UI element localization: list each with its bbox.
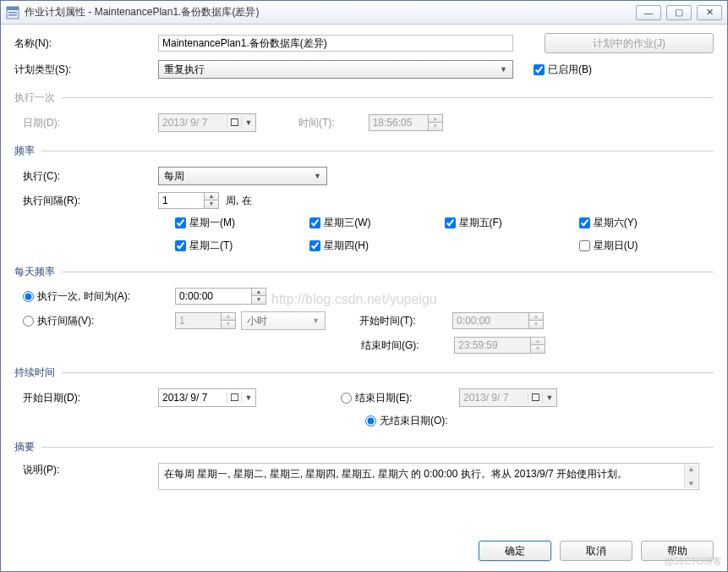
- enabled-label: 已启用(B): [548, 63, 592, 77]
- titlebar: 作业计划属性 - MaintenancePlan1.备份数据库(差异) — ▢ …: [1, 1, 727, 25]
- once-at-label: 执行一次, 时间为(A):: [37, 289, 130, 304]
- minimize-button[interactable]: —: [636, 5, 661, 20]
- jobs-in-plan-button[interactable]: 计划中的作业(J): [545, 33, 714, 53]
- description-text: 在每周 星期一, 星期二, 星期三, 星期四, 星期五, 星期六 的 0:00:…: [164, 468, 627, 480]
- datepick-arrow-icon: ▼: [242, 118, 255, 127]
- every-unit-select: 小时 ▼: [241, 311, 326, 330]
- recurs-label: 执行间隔(R):: [14, 194, 158, 208]
- occurs-label: 执行(C):: [14, 169, 158, 184]
- schedule-type-value: 重复执行: [164, 63, 205, 77]
- start-date-label: 开始日期(D):: [14, 391, 158, 405]
- no-end-date-radio[interactable]: 无结束日期(O):: [365, 414, 448, 428]
- scrollbar[interactable]: ▲▼: [684, 465, 698, 488]
- content-area: 名称(N): 计划中的作业(J) 计划类型(S): 重复执行 ▼ 已启用(B) …: [1, 25, 727, 505]
- window-title: 作业计划属性 - MaintenancePlan1.备份数据库(差异): [25, 5, 636, 19]
- cancel-button[interactable]: 取消: [560, 541, 632, 561]
- days-grid: 星期一(M) 星期二(T) 星期三(W) 星期四(H) 星期五(F) 星期六(Y…: [175, 216, 714, 253]
- occurs-every-label: 执行间隔(V):: [37, 314, 94, 328]
- duration-header: 持续时间: [14, 366, 714, 380]
- spinner-down-icon: ▼: [429, 123, 442, 130]
- spinner-down-icon: ▼: [531, 345, 545, 353]
- summary-title: 摘要: [14, 440, 35, 454]
- occurs-select[interactable]: 每周 ▼: [158, 167, 327, 185]
- end-date-picker: ☐ ▼: [459, 388, 557, 407]
- every-n-input: [175, 312, 221, 329]
- spinner-up-icon[interactable]: ▲: [252, 289, 265, 296]
- every-unit-value: 小时: [247, 314, 267, 328]
- close-button[interactable]: ✕: [697, 5, 722, 20]
- scroll-up-icon[interactable]: ▲: [688, 465, 695, 474]
- dropdown-arrow-icon: ▼: [312, 316, 320, 325]
- every-n-spinner: ▲▼: [175, 312, 236, 329]
- name-label: 名称(N):: [14, 36, 158, 51]
- spinner-down-icon[interactable]: ▼: [205, 201, 218, 208]
- summary-header: 摘要: [14, 440, 714, 454]
- spinner-up-icon[interactable]: ▲: [205, 193, 218, 201]
- ok-button[interactable]: 确定: [479, 541, 551, 561]
- description-box: 在每周 星期一, 星期二, 星期三, 星期四, 星期五, 星期六 的 0:00:…: [158, 463, 699, 490]
- end-date-label: 结束日期(E):: [355, 391, 412, 405]
- once-at-spinner[interactable]: ▲▼: [175, 288, 266, 305]
- spinner-down-icon: ▼: [222, 321, 235, 328]
- start-time-spinner: ▲▼: [452, 312, 544, 329]
- start-time-input: [452, 312, 528, 329]
- datepick-arrow-icon: ▼: [543, 393, 556, 402]
- daily-freq-title: 每天频率: [14, 265, 55, 279]
- day-sat[interactable]: 星期六(Y): [579, 216, 714, 230]
- maximize-button[interactable]: ▢: [666, 5, 692, 20]
- occurs-value: 每周: [164, 169, 184, 184]
- day-mon[interactable]: 星期一(M): [175, 216, 309, 230]
- svg-rect-1: [7, 7, 19, 10]
- end-time-spinner: ▲▼: [454, 337, 545, 354]
- name-input[interactable]: [158, 35, 513, 52]
- onetime-time-label: 时间(T):: [298, 116, 335, 130]
- day-tue[interactable]: 星期二(T): [175, 239, 309, 253]
- schedule-type-label: 计划类型(S):: [14, 63, 158, 77]
- start-date-input[interactable]: [159, 390, 227, 405]
- schedule-type-select[interactable]: 重复执行 ▼: [158, 60, 513, 79]
- recurs-input[interactable]: [158, 192, 204, 209]
- onetime-date-input: [159, 115, 227, 130]
- onetime-title: 执行一次: [14, 91, 55, 105]
- occurs-every-radio[interactable]: 执行间隔(V):: [14, 314, 175, 328]
- corner-watermark: @51CTO博客: [665, 555, 722, 568]
- title-controls: — ▢ ✕: [636, 5, 722, 20]
- onetime-date-picker: ☐ ▼: [158, 113, 256, 132]
- spinner-up-icon: ▲: [222, 313, 235, 321]
- enabled-input[interactable]: [534, 64, 545, 75]
- scroll-down-icon[interactable]: ▼: [688, 479, 695, 488]
- frequency-header: 频率: [14, 144, 714, 158]
- datepick-arrow-icon[interactable]: ▼: [242, 393, 255, 402]
- datepick-checkbox-icon: ☐: [528, 392, 543, 404]
- end-date-input: [460, 390, 528, 405]
- week-on-label: 周, 在: [226, 194, 252, 208]
- svg-rect-3: [8, 14, 17, 16]
- once-at-radio[interactable]: 执行一次, 时间为(A):: [14, 289, 175, 304]
- onetime-header: 执行一次: [14, 91, 714, 105]
- enabled-checkbox[interactable]: 已启用(B): [534, 63, 592, 77]
- onetime-time-spinner: ▲▼: [369, 114, 443, 131]
- datepick-checkbox-icon: ☐: [227, 392, 242, 404]
- day-thu[interactable]: 星期四(H): [309, 239, 444, 253]
- day-wed[interactable]: 星期三(W): [309, 216, 444, 230]
- day-fri[interactable]: 星期五(F): [445, 216, 579, 230]
- dropdown-arrow-icon: ▼: [500, 65, 507, 74]
- recurs-spinner[interactable]: ▲▼: [158, 192, 219, 209]
- datepick-checkbox-icon: ☐: [227, 117, 242, 129]
- duration-title: 持续时间: [14, 366, 55, 380]
- once-at-input[interactable]: [175, 288, 251, 305]
- dialog-window: 作业计划属性 - MaintenancePlan1.备份数据库(差异) — ▢ …: [0, 0, 728, 572]
- start-time-label: 开始时间(T):: [359, 314, 452, 328]
- start-date-picker[interactable]: ☐ ▼: [158, 388, 256, 407]
- day-sun[interactable]: 星期日(U): [579, 239, 714, 253]
- dropdown-arrow-icon: ▼: [314, 172, 321, 180]
- description-label: 说明(P):: [14, 463, 158, 477]
- daily-freq-header: 每天频率: [14, 265, 714, 279]
- spinner-down-icon[interactable]: ▼: [252, 296, 265, 304]
- no-end-date-label: 无结束日期(O):: [380, 414, 448, 428]
- end-date-radio[interactable]: 结束日期(E):: [341, 391, 459, 405]
- app-icon: [6, 6, 19, 19]
- onetime-time-input: [369, 114, 428, 131]
- svg-rect-2: [8, 12, 17, 14]
- spinner-down-icon: ▼: [529, 321, 543, 328]
